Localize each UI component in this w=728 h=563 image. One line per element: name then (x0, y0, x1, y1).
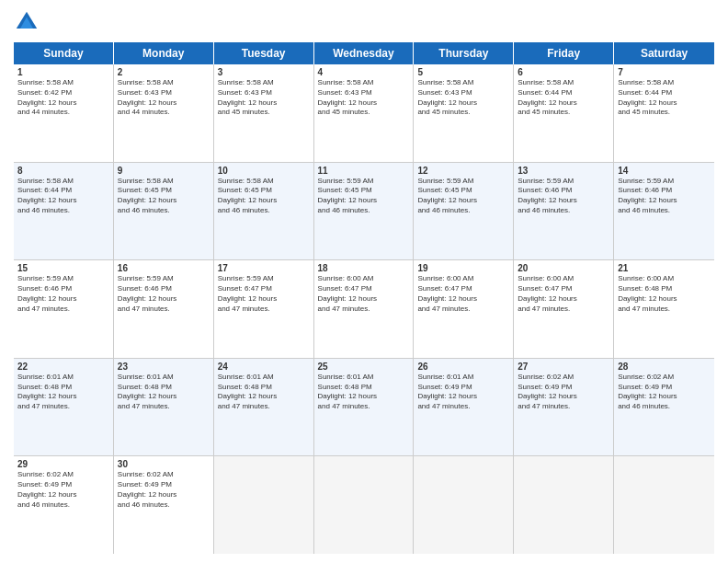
calendar-day-9: 9Sunrise: 5:58 AMSunset: 6:45 PMDaylight… (114, 163, 214, 260)
day-number: 5 (417, 67, 509, 77)
calendar-day-19: 19Sunrise: 6:00 AMSunset: 6:47 PMDayligh… (414, 260, 514, 358)
day-number: 18 (318, 263, 410, 273)
day-info: Sunrise: 6:01 AMSunset: 6:48 PMDaylight:… (17, 373, 109, 412)
day-number: 4 (318, 67, 410, 77)
day-info: Sunrise: 5:58 AMSunset: 6:44 PMDaylight:… (518, 78, 609, 118)
day-info: Sunrise: 5:58 AMSunset: 6:44 PMDaylight:… (618, 78, 711, 118)
header-day-thursday: Thursday (414, 42, 514, 64)
day-number: 25 (318, 362, 410, 372)
calendar-empty-cell (414, 456, 514, 554)
day-number: 24 (218, 362, 310, 372)
calendar: SundayMondayTuesdayWednesdayThursdayFrid… (14, 42, 714, 554)
day-number: 30 (118, 459, 210, 469)
day-number: 19 (417, 263, 509, 273)
calendar-week-4: 22Sunrise: 6:01 AMSunset: 6:48 PMDayligh… (14, 359, 714, 457)
day-info: Sunrise: 5:59 AMSunset: 6:46 PMDaylight:… (618, 177, 711, 216)
day-info: Sunrise: 5:58 AMSunset: 6:44 PMDaylight:… (17, 177, 109, 216)
calendar-day-13: 13Sunrise: 5:59 AMSunset: 6:46 PMDayligh… (514, 163, 614, 260)
generalblue-logo-icon (14, 9, 40, 35)
day-number: 21 (618, 263, 711, 273)
day-info: Sunrise: 5:58 AMSunset: 6:43 PMDaylight:… (218, 78, 310, 118)
calendar-day-6: 6Sunrise: 5:58 AMSunset: 6:44 PMDaylight… (514, 64, 614, 162)
header-day-sunday: Sunday (14, 42, 114, 64)
day-number: 6 (518, 67, 609, 77)
day-number: 28 (618, 362, 711, 372)
calendar-day-24: 24Sunrise: 6:01 AMSunset: 6:48 PMDayligh… (214, 359, 314, 456)
calendar-day-26: 26Sunrise: 6:01 AMSunset: 6:49 PMDayligh… (414, 359, 514, 456)
calendar-day-17: 17Sunrise: 5:59 AMSunset: 6:47 PMDayligh… (214, 260, 314, 358)
day-number: 10 (218, 166, 310, 176)
calendar-week-3: 15Sunrise: 5:59 AMSunset: 6:46 PMDayligh… (14, 260, 714, 359)
calendar-day-1: 1Sunrise: 5:58 AMSunset: 6:42 PMDaylight… (14, 64, 114, 162)
calendar-day-4: 4Sunrise: 5:58 AMSunset: 6:43 PMDaylight… (314, 64, 415, 162)
day-number: 16 (118, 263, 210, 273)
calendar-day-5: 5Sunrise: 5:58 AMSunset: 6:43 PMDaylight… (414, 64, 514, 162)
day-info: Sunrise: 6:02 AMSunset: 6:49 PMDaylight:… (518, 373, 609, 412)
calendar-week-2: 8Sunrise: 5:58 AMSunset: 6:44 PMDaylight… (14, 163, 714, 261)
day-number: 26 (417, 362, 509, 372)
day-info: Sunrise: 5:58 AMSunset: 6:43 PMDaylight:… (318, 78, 410, 118)
day-number: 1 (17, 67, 109, 77)
calendar-empty-cell (614, 456, 714, 554)
calendar-day-29: 29Sunrise: 6:02 AMSunset: 6:49 PMDayligh… (14, 456, 114, 554)
header-day-wednesday: Wednesday (314, 42, 415, 64)
day-number: 11 (318, 166, 410, 176)
calendar-empty-cell (514, 456, 614, 554)
day-info: Sunrise: 6:02 AMSunset: 6:49 PMDaylight:… (118, 470, 210, 510)
day-number: 3 (218, 67, 310, 77)
calendar-week-1: 1Sunrise: 5:58 AMSunset: 6:42 PMDaylight… (14, 64, 714, 163)
day-number: 12 (417, 166, 509, 176)
day-info: Sunrise: 6:01 AMSunset: 6:48 PMDaylight:… (318, 373, 410, 412)
day-info: Sunrise: 6:00 AMSunset: 6:48 PMDaylight:… (618, 274, 711, 314)
calendar-day-20: 20Sunrise: 6:00 AMSunset: 6:47 PMDayligh… (514, 260, 614, 358)
calendar-day-12: 12Sunrise: 5:59 AMSunset: 6:45 PMDayligh… (414, 163, 514, 260)
calendar-week-5: 29Sunrise: 6:02 AMSunset: 6:49 PMDayligh… (14, 456, 714, 554)
day-info: Sunrise: 6:01 AMSunset: 6:49 PMDaylight:… (417, 373, 509, 412)
calendar-day-3: 3Sunrise: 5:58 AMSunset: 6:43 PMDaylight… (214, 64, 314, 162)
calendar-day-25: 25Sunrise: 6:01 AMSunset: 6:48 PMDayligh… (314, 359, 415, 456)
header-day-tuesday: Tuesday (214, 42, 314, 64)
page: SundayMondayTuesdayWednesdayThursdayFrid… (0, 0, 728, 563)
header-day-saturday: Saturday (614, 42, 714, 64)
day-number: 15 (17, 263, 109, 273)
calendar-day-10: 10Sunrise: 5:58 AMSunset: 6:45 PMDayligh… (214, 163, 314, 260)
day-number: 14 (618, 166, 711, 176)
calendar-day-11: 11Sunrise: 5:59 AMSunset: 6:45 PMDayligh… (314, 163, 415, 260)
day-info: Sunrise: 6:01 AMSunset: 6:48 PMDaylight:… (218, 373, 310, 412)
calendar-day-14: 14Sunrise: 5:59 AMSunset: 6:46 PMDayligh… (614, 163, 714, 260)
calendar-day-8: 8Sunrise: 5:58 AMSunset: 6:44 PMDaylight… (14, 163, 114, 260)
calendar-day-16: 16Sunrise: 5:59 AMSunset: 6:46 PMDayligh… (114, 260, 214, 358)
day-info: Sunrise: 6:00 AMSunset: 6:47 PMDaylight:… (318, 274, 410, 314)
day-info: Sunrise: 5:58 AMSunset: 6:43 PMDaylight:… (417, 78, 509, 118)
calendar-empty-cell (214, 456, 314, 554)
day-info: Sunrise: 6:01 AMSunset: 6:48 PMDaylight:… (118, 373, 210, 412)
day-number: 17 (218, 263, 310, 273)
calendar-body: 1Sunrise: 5:58 AMSunset: 6:42 PMDaylight… (14, 64, 714, 554)
header-day-monday: Monday (114, 42, 214, 64)
day-info: Sunrise: 6:00 AMSunset: 6:47 PMDaylight:… (417, 274, 509, 314)
header-day-friday: Friday (514, 42, 614, 64)
calendar-day-2: 2Sunrise: 5:58 AMSunset: 6:43 PMDaylight… (114, 64, 214, 162)
calendar-day-21: 21Sunrise: 6:00 AMSunset: 6:48 PMDayligh… (614, 260, 714, 358)
day-info: Sunrise: 5:59 AMSunset: 6:46 PMDaylight:… (17, 274, 109, 314)
day-info: Sunrise: 5:58 AMSunset: 6:43 PMDaylight:… (118, 78, 210, 118)
day-info: Sunrise: 6:02 AMSunset: 6:49 PMDaylight:… (17, 470, 109, 510)
day-number: 9 (118, 166, 210, 176)
calendar-day-18: 18Sunrise: 6:00 AMSunset: 6:47 PMDayligh… (314, 260, 415, 358)
day-info: Sunrise: 5:59 AMSunset: 6:46 PMDaylight:… (518, 177, 609, 216)
header (14, 9, 714, 35)
day-number: 7 (618, 67, 711, 77)
day-number: 8 (17, 166, 109, 176)
calendar-empty-cell (314, 456, 415, 554)
day-info: Sunrise: 5:59 AMSunset: 6:46 PMDaylight:… (118, 274, 210, 314)
day-info: Sunrise: 5:59 AMSunset: 6:47 PMDaylight:… (218, 274, 310, 314)
day-info: Sunrise: 6:02 AMSunset: 6:49 PMDaylight:… (618, 373, 711, 412)
day-info: Sunrise: 5:58 AMSunset: 6:45 PMDaylight:… (218, 177, 310, 216)
calendar-day-15: 15Sunrise: 5:59 AMSunset: 6:46 PMDayligh… (14, 260, 114, 358)
day-info: Sunrise: 5:59 AMSunset: 6:45 PMDaylight:… (318, 177, 410, 216)
day-info: Sunrise: 5:58 AMSunset: 6:45 PMDaylight:… (118, 177, 210, 216)
calendar-day-7: 7Sunrise: 5:58 AMSunset: 6:44 PMDaylight… (614, 64, 714, 162)
day-info: Sunrise: 6:00 AMSunset: 6:47 PMDaylight:… (518, 274, 609, 314)
calendar-day-28: 28Sunrise: 6:02 AMSunset: 6:49 PMDayligh… (614, 359, 714, 456)
day-number: 20 (518, 263, 609, 273)
